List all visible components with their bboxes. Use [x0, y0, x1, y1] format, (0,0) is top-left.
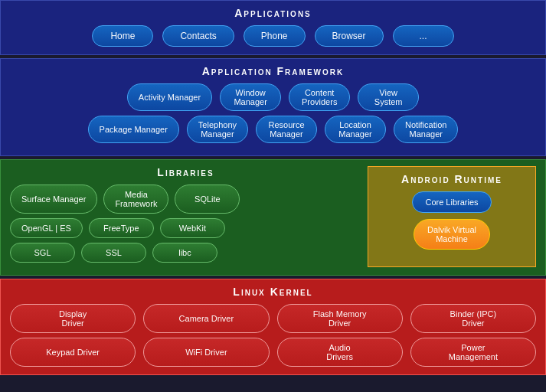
dalvik-vm-button[interactable]: Dalvik VirtualMachine [414, 219, 490, 250]
keypad-driver-button[interactable]: Keypad Driver [10, 338, 136, 367]
app-more-button[interactable]: ... [393, 25, 454, 47]
display-driver-button[interactable]: DisplayDriver [10, 304, 136, 333]
middle-layer: Libraries Surface Manager MediaFramework… [0, 159, 546, 276]
surface-manager-button[interactable]: Surface Manager [10, 185, 97, 214]
kernel-title: Linux Kernel [10, 286, 536, 298]
app-contacts-button[interactable]: Contacts [162, 25, 234, 47]
app-phone-button[interactable]: Phone [244, 25, 306, 47]
applications-title: Applications [10, 7, 536, 19]
camera-driver-button[interactable]: Camera Driver [143, 304, 269, 333]
resource-manager-button[interactable]: ResourceManager [256, 116, 317, 143]
wifi-driver-button[interactable]: WiFi Driver [143, 338, 269, 367]
kernel-row2: Keypad Driver WiFi Driver AudioDrivers P… [10, 338, 536, 367]
package-manager-button[interactable]: Package Manager [88, 116, 179, 143]
core-libraries-button[interactable]: Core Libraries [412, 191, 491, 213]
content-providers-button[interactable]: ContentProviders [289, 83, 350, 111]
power-management-button[interactable]: PowerManagement [410, 338, 536, 367]
lib-row1: Surface Manager MediaFramework SQLite [10, 185, 361, 214]
applications-layer: Applications Home Contacts Phone Browser… [0, 0, 546, 55]
app-buttons-row: Home Contacts Phone Browser ... [10, 25, 536, 47]
app-browser-button[interactable]: Browser [315, 25, 384, 47]
framework-row1: Activity Manager WindowManager ContentPr… [10, 83, 536, 111]
libraries-section: Libraries Surface Manager MediaFramework… [10, 166, 361, 267]
lib-row2: OpenGL | ES FreeType WebKit [10, 218, 361, 238]
libraries-title: Libraries [10, 166, 361, 178]
runtime-title: Android Runtime [401, 173, 502, 185]
notification-manager-button[interactable]: NotificationManager [394, 116, 458, 143]
framework-row2: Package Manager TelephonyManager Resourc… [10, 116, 536, 143]
window-manager-button[interactable]: WindowManager [220, 83, 281, 111]
freetype-button[interactable]: FreeType [89, 218, 154, 238]
view-system-button[interactable]: ViewSystem [358, 83, 419, 111]
sqlite-button[interactable]: SQLite [175, 185, 240, 214]
lib-row3: SGL SSL libc [10, 243, 361, 263]
audio-drivers-button[interactable]: AudioDrivers [277, 338, 403, 367]
framework-layer: Application Framework Activity Manager W… [0, 58, 546, 156]
telephony-manager-button[interactable]: TelephonyManager [187, 116, 248, 143]
webkit-button[interactable]: WebKit [160, 218, 225, 238]
sgl-button[interactable]: SGL [10, 243, 75, 263]
location-manager-button[interactable]: LocationManager [325, 116, 386, 143]
flash-memory-driver-button[interactable]: Flash MemoryDriver [277, 304, 403, 333]
libc-button[interactable]: libc [152, 243, 217, 263]
framework-title: Application Framework [10, 65, 536, 77]
opengl-button[interactable]: OpenGL | ES [10, 218, 83, 238]
binder-ipc-driver-button[interactable]: Binder (IPC)Driver [410, 304, 536, 333]
kernel-layer: Linux Kernel DisplayDriver Camera Driver… [0, 279, 546, 375]
ssl-button[interactable]: SSL [81, 243, 146, 263]
runtime-section: Android Runtime Core Libraries Dalvik Vi… [368, 166, 536, 267]
app-home-button[interactable]: Home [92, 25, 153, 47]
activity-manager-button[interactable]: Activity Manager [127, 83, 212, 111]
media-framework-button[interactable]: MediaFramework [103, 185, 168, 214]
kernel-row1: DisplayDriver Camera Driver Flash Memory… [10, 304, 536, 333]
kernel-rows: DisplayDriver Camera Driver Flash Memory… [10, 304, 536, 367]
